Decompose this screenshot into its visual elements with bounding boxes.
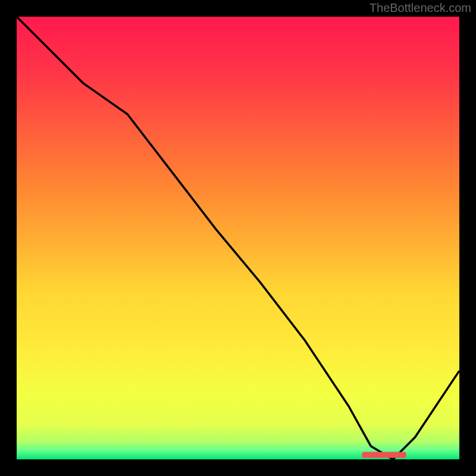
optimal-marker	[17, 17, 459, 459]
chart-container	[17, 17, 459, 459]
watermark-text: TheBottleneck.com	[369, 1, 471, 15]
svg-rect-1	[362, 452, 406, 458]
